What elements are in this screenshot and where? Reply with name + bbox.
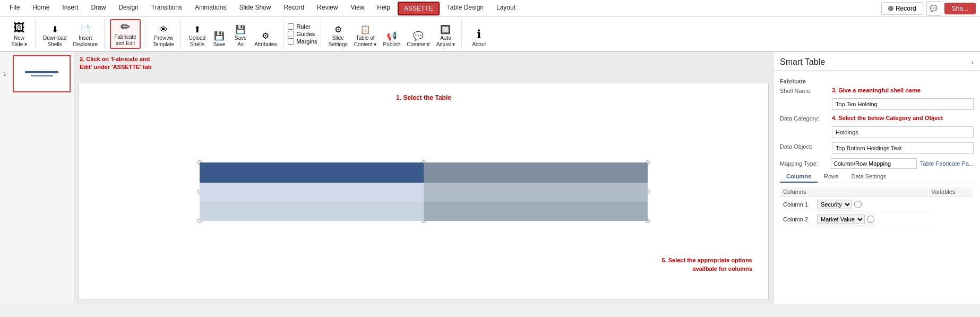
table-of-content-button[interactable]: 📋 Table ofContent ▾ <box>352 24 379 49</box>
fabricate-edit-button[interactable]: ✏ Fabricateand Edit <box>110 19 141 49</box>
new-slide-button[interactable]: 🖼 NewSlide ▾ <box>7 21 31 49</box>
comment-label: Comment <box>407 41 429 48</box>
share-button[interactable]: Sha... <box>944 3 976 14</box>
column-1-variable-select[interactable]: Security <box>817 200 852 209</box>
menu-file[interactable]: File <box>4 2 25 15</box>
save-button[interactable]: 💾 Save <box>210 31 229 49</box>
auto-adjust-button[interactable]: 🔲 AutoAdjust ▾ <box>434 24 458 49</box>
mapping-type-label: Mapping Type: <box>780 160 828 167</box>
data-object-input[interactable]: Top Bottom Holdings Test <box>832 142 974 154</box>
slide-1-thumbnail[interactable]: 1 <box>3 55 71 92</box>
data-category-label: Data Category: <box>780 114 828 122</box>
table-fabricate-link[interactable]: Table Fabricate Pa... <box>920 160 974 167</box>
insert-disclosure-label: InsertDisclosure <box>73 35 98 48</box>
shell-name-input-row: Top Ten Holding <box>780 98 974 110</box>
data-category-value-row: Holdings <box>780 126 974 138</box>
mapping-type-input[interactable]: Column/Row Mapping <box>831 158 917 169</box>
about-button[interactable]: ℹ About <box>467 28 491 49</box>
publish-button[interactable]: 📢 Publish <box>381 31 402 49</box>
smart-panel-body: Fabricate Shell Name: 3. Give a meaningf… <box>773 71 980 304</box>
upload-shells-label: UploadShells <box>188 35 205 48</box>
collapse-button[interactable]: › <box>971 58 974 66</box>
slide-preview[interactable] <box>13 55 71 92</box>
menu-help[interactable]: Help <box>372 2 396 15</box>
shell-name-input[interactable]: Top Ten Holding <box>832 98 974 110</box>
columns-col-header: Columns <box>781 187 928 196</box>
data-category-instruction-row: Data Category: 4. Select the below Categ… <box>780 114 974 122</box>
menu-design[interactable]: Design <box>113 2 143 15</box>
menu-assette[interactable]: ASSETTE <box>398 2 440 15</box>
column-row-2: Column 2 Market Value <box>781 212 928 227</box>
table-of-content-label: Table ofContent ▾ <box>354 35 377 48</box>
column-2-variable-select[interactable]: Market Value <box>817 215 865 224</box>
tools-buttons: ⚙ SlideSettings 📋 Table ofContent ▾ 📢 Pu… <box>326 19 458 49</box>
ribbon-group-save: ⬆ UploadShells 💾 Save 💾 SaveAs ⚙ Attribu… <box>182 19 283 49</box>
slide-preview-line2 <box>31 75 53 76</box>
save-as-icon: 💾 <box>235 25 246 34</box>
data-category-input[interactable]: Holdings <box>832 126 974 138</box>
smart-panel-tabs: Columns Rows Data Settings <box>780 171 974 183</box>
main-area: 1 2. Click on 'Fabricate andEdit' under … <box>0 52 980 304</box>
menu-layout[interactable]: Layout <box>491 2 521 15</box>
shell-name-spacer <box>780 98 828 99</box>
menu-bar: File Home Insert Draw Design Transitions… <box>4 2 881 15</box>
slide-content[interactable]: 1. Select the Table <box>79 83 769 300</box>
column-row-1: Column 1 Security <box>781 198 928 212</box>
record-button[interactable]: Record <box>881 2 923 15</box>
margins-checkbox[interactable]: Margins <box>288 38 317 45</box>
attributes-button[interactable]: ⚙ Attributes <box>252 31 279 49</box>
ruler-checkbox[interactable]: Ruler <box>288 23 317 30</box>
column-1-value-cell: Security <box>815 199 864 211</box>
auto-adjust-label: AutoAdjust ▾ <box>436 35 455 48</box>
about-label: About <box>472 41 486 48</box>
save-buttons: ⬆ UploadShells 💾 Save 💾 SaveAs ⚙ Attribu… <box>186 19 279 49</box>
slide-table[interactable] <box>200 162 648 221</box>
chat-button[interactable]: 💬 <box>926 1 941 16</box>
tab-rows[interactable]: Rows <box>818 171 845 183</box>
preview-template-label: PreviewTemplate <box>153 35 175 48</box>
smart-table-panel: Smart Table › Fabricate Shell Name: 3. G… <box>773 52 980 304</box>
menu-view[interactable]: View <box>345 2 369 15</box>
menu-transitions[interactable]: Transitions <box>146 2 187 15</box>
insert-disclosure-button[interactable]: 📄 InsertDisclosure <box>71 24 100 49</box>
menu-slideshow[interactable]: Slide Show <box>234 2 276 15</box>
insert-disclosure-icon: 📄 <box>80 25 91 34</box>
preview-template-button[interactable]: 👁 PreviewTemplate <box>151 24 177 49</box>
record-dot-icon <box>888 6 893 11</box>
menu-insert[interactable]: Insert <box>57 2 83 15</box>
fabricate-buttons: ✏ Fabricateand Edit <box>110 19 141 49</box>
menu-home[interactable]: Home <box>27 2 55 15</box>
column-2-name: Column 2 <box>781 215 813 224</box>
attributes-label: Attributes <box>254 41 277 48</box>
menu-review[interactable]: Review <box>312 2 343 15</box>
ribbon-group-about: ℹ About <box>463 19 495 49</box>
row2-right-cell <box>424 202 648 221</box>
menu-table-design[interactable]: Table Design <box>442 2 489 15</box>
new-slide-icon: 🖼 <box>13 22 25 34</box>
instruction-step4: 4. Select the below Category and Object <box>832 114 974 122</box>
ribbon-group-tools: ⚙ SlideSettings 📋 Table ofContent ▾ 📢 Pu… <box>322 19 462 49</box>
guides-checkbox[interactable]: Guides <box>288 31 317 37</box>
comment-button[interactable]: 💬 Comment <box>405 31 432 49</box>
column-1-radio[interactable] <box>854 201 862 208</box>
shell-name-label: Shell Name: <box>780 87 828 94</box>
menu-draw[interactable]: Draw <box>85 2 111 15</box>
view-options-group: Ruler Guides Margins <box>285 19 321 49</box>
header-right-cell <box>424 162 648 183</box>
upload-shells-button[interactable]: ⬆ UploadShells <box>186 24 208 49</box>
save-label: Save <box>213 41 226 48</box>
menu-record[interactable]: Record <box>278 2 310 15</box>
download-shells-button[interactable]: ⬇ DownloadShells <box>41 24 68 49</box>
save-as-button[interactable]: 💾 SaveAs <box>231 24 250 49</box>
column-2-radio[interactable] <box>867 216 874 223</box>
tab-columns[interactable]: Columns <box>780 171 818 183</box>
menu-animations[interactable]: Animations <box>190 2 231 15</box>
shell-name-row: Shell Name: 3. Give a meaningful shell n… <box>780 87 974 94</box>
tab-data-settings[interactable]: Data Settings <box>845 171 893 183</box>
table-selection-wrapper[interactable] <box>200 162 648 221</box>
table-row1 <box>200 183 648 202</box>
new-slide-label: NewSlide ▾ <box>11 35 27 48</box>
slide-number: 1 <box>3 71 11 77</box>
ribbon-group-new-slide: 🖼 NewSlide ▾ <box>3 19 36 49</box>
slide-settings-button[interactable]: ⚙ SlideSettings <box>326 24 350 49</box>
